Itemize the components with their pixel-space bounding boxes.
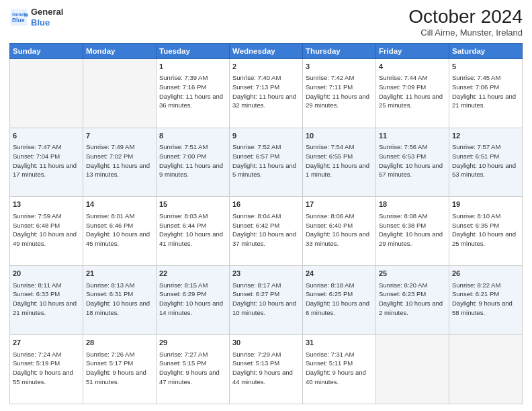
day-number: 22 [159,269,226,279]
calendar-cell [449,335,523,404]
calendar-cell: 16Sunrise: 8:04 AM Sunset: 6:42 PM Dayli… [230,197,303,266]
day-number: 13 [13,199,80,210]
day-number: 27 [13,338,80,348]
calendar-cell: 28Sunrise: 7:26 AM Sunset: 5:17 PM Dayli… [83,335,157,404]
svg-text:Blue: Blue [12,17,25,24]
day-detail: Sunrise: 8:11 AM Sunset: 6:33 PM Dayligh… [13,281,80,318]
calendar-table: SundayMondayTuesdayWednesdayThursdayFrid… [9,43,523,404]
calendar-cell: 18Sunrise: 8:08 AM Sunset: 6:38 PM Dayli… [376,197,449,266]
day-detail: Sunrise: 8:08 AM Sunset: 6:38 PM Dayligh… [379,212,446,248]
day-number: 30 [232,338,300,348]
calendar-cell: 2Sunrise: 7:40 AM Sunset: 7:13 PM Daylig… [230,58,303,128]
calendar-cell: 21Sunrise: 8:13 AM Sunset: 6:31 PM Dayli… [83,266,157,335]
col-header-friday: Friday [376,43,449,58]
calendar-cell: 27Sunrise: 7:24 AM Sunset: 5:19 PM Dayli… [10,335,83,404]
day-number: 26 [452,269,519,279]
calendar-cell: 3Sunrise: 7:42 AM Sunset: 7:11 PM Daylig… [303,58,376,128]
day-detail: Sunrise: 8:22 AM Sunset: 6:21 PM Dayligh… [452,281,519,318]
month-title: October 2024 [408,7,523,28]
day-detail: Sunrise: 7:57 AM Sunset: 6:51 PM Dayligh… [452,142,519,179]
day-number: 8 [159,131,226,141]
day-number: 29 [159,338,226,348]
calendar-cell: 14Sunrise: 8:01 AM Sunset: 6:46 PM Dayli… [83,197,157,266]
calendar-cell: 6Sunrise: 7:47 AM Sunset: 7:04 PM Daylig… [10,128,83,197]
day-detail: Sunrise: 8:06 AM Sunset: 6:40 PM Dayligh… [306,212,373,248]
day-number: 2 [232,62,300,72]
calendar-cell: 8Sunrise: 7:51 AM Sunset: 7:00 PM Daylig… [157,128,230,197]
calendar-cell: 25Sunrise: 8:20 AM Sunset: 6:23 PM Dayli… [376,266,449,335]
calendar-cell: 24Sunrise: 8:18 AM Sunset: 6:25 PM Dayli… [303,266,376,335]
logo: General Blue General Blue [9,7,63,28]
day-detail: Sunrise: 8:03 AM Sunset: 6:44 PM Dayligh… [159,212,226,248]
day-number: 21 [86,269,153,279]
day-number: 9 [232,131,300,141]
calendar-cell: 7Sunrise: 7:49 AM Sunset: 7:02 PM Daylig… [83,128,157,197]
day-number: 3 [306,62,373,72]
calendar-cell: 19Sunrise: 8:10 AM Sunset: 6:35 PM Dayli… [449,197,523,266]
calendar-cell: 20Sunrise: 8:11 AM Sunset: 6:33 PM Dayli… [10,266,83,335]
calendar-cell: 29Sunrise: 7:27 AM Sunset: 5:15 PM Dayli… [157,335,230,404]
calendar-week-5: 27Sunrise: 7:24 AM Sunset: 5:19 PM Dayli… [10,335,523,404]
day-number: 10 [306,131,373,141]
calendar-cell [83,58,157,128]
day-number: 16 [232,199,300,210]
logo-text: General [31,7,63,17]
calendar-cell: 10Sunrise: 7:54 AM Sunset: 6:55 PM Dayli… [303,128,376,197]
day-number: 19 [452,199,519,210]
day-number: 20 [13,269,80,279]
day-detail: Sunrise: 8:01 AM Sunset: 6:46 PM Dayligh… [86,212,153,248]
calendar-cell [376,335,449,404]
header: General Blue General Blue October 2024 C… [9,7,523,38]
col-header-wednesday: Wednesday [230,43,303,58]
calendar-cell: 5Sunrise: 7:45 AM Sunset: 7:06 PM Daylig… [449,58,523,128]
title-block: October 2024 Cill Airne, Munster, Irelan… [408,7,523,38]
day-detail: Sunrise: 7:49 AM Sunset: 7:02 PM Dayligh… [86,142,153,179]
calendar-cell: 12Sunrise: 7:57 AM Sunset: 6:51 PM Dayli… [449,128,523,197]
day-number: 17 [306,199,373,210]
day-detail: Sunrise: 7:31 AM Sunset: 5:11 PM Dayligh… [306,350,373,387]
location-subtitle: Cill Airne, Munster, Ireland [408,28,523,38]
day-detail: Sunrise: 7:29 AM Sunset: 5:13 PM Dayligh… [232,350,300,387]
logo-icon: General Blue [9,8,28,27]
day-number: 23 [232,269,300,279]
day-detail: Sunrise: 8:15 AM Sunset: 6:29 PM Dayligh… [159,281,226,318]
day-detail: Sunrise: 7:59 AM Sunset: 6:48 PM Dayligh… [13,212,80,248]
day-detail: Sunrise: 7:24 AM Sunset: 5:19 PM Dayligh… [13,350,80,387]
day-number: 24 [306,269,373,279]
day-detail: Sunrise: 7:56 AM Sunset: 6:53 PM Dayligh… [379,142,446,179]
day-number: 4 [379,62,446,72]
day-detail: Sunrise: 7:45 AM Sunset: 7:06 PM Dayligh… [452,73,519,110]
calendar-cell: 26Sunrise: 8:22 AM Sunset: 6:21 PM Dayli… [449,266,523,335]
calendar-week-1: 1Sunrise: 7:39 AM Sunset: 7:16 PM Daylig… [10,58,523,128]
calendar-cell: 23Sunrise: 8:17 AM Sunset: 6:27 PM Dayli… [230,266,303,335]
calendar-week-2: 6Sunrise: 7:47 AM Sunset: 7:04 PM Daylig… [10,128,523,197]
day-number: 31 [306,338,373,348]
day-detail: Sunrise: 7:51 AM Sunset: 7:00 PM Dayligh… [159,142,226,179]
day-detail: Sunrise: 7:39 AM Sunset: 7:16 PM Dayligh… [159,73,226,110]
day-detail: Sunrise: 8:17 AM Sunset: 6:27 PM Dayligh… [232,281,300,318]
calendar-cell: 1Sunrise: 7:39 AM Sunset: 7:16 PM Daylig… [157,58,230,128]
day-detail: Sunrise: 8:13 AM Sunset: 6:31 PM Dayligh… [86,281,153,318]
day-detail: Sunrise: 7:47 AM Sunset: 7:04 PM Dayligh… [13,142,80,179]
day-detail: Sunrise: 7:42 AM Sunset: 7:11 PM Dayligh… [306,73,373,110]
day-detail: Sunrise: 8:10 AM Sunset: 6:35 PM Dayligh… [452,212,519,248]
col-header-monday: Monday [83,43,157,58]
day-number: 25 [379,269,446,279]
day-number: 1 [159,62,226,72]
calendar-week-3: 13Sunrise: 7:59 AM Sunset: 6:48 PM Dayli… [10,197,523,266]
day-number: 14 [86,199,153,210]
day-detail: Sunrise: 8:20 AM Sunset: 6:23 PM Dayligh… [379,281,446,318]
calendar-cell: 31Sunrise: 7:31 AM Sunset: 5:11 PM Dayli… [303,335,376,404]
calendar-cell: 15Sunrise: 8:03 AM Sunset: 6:44 PM Dayli… [157,197,230,266]
page: General Blue General Blue October 2024 C… [0,0,532,411]
day-number: 18 [379,199,446,210]
calendar-header-row: SundayMondayTuesdayWednesdayThursdayFrid… [10,43,523,58]
day-detail: Sunrise: 7:40 AM Sunset: 7:13 PM Dayligh… [232,73,300,110]
col-header-saturday: Saturday [449,43,523,58]
day-number: 7 [86,131,153,141]
calendar-cell: 11Sunrise: 7:56 AM Sunset: 6:53 PM Dayli… [376,128,449,197]
day-detail: Sunrise: 7:54 AM Sunset: 6:55 PM Dayligh… [306,142,373,179]
calendar-cell: 22Sunrise: 8:15 AM Sunset: 6:29 PM Dayli… [157,266,230,335]
calendar-cell: 30Sunrise: 7:29 AM Sunset: 5:13 PM Dayli… [230,335,303,404]
day-number: 15 [159,199,226,210]
